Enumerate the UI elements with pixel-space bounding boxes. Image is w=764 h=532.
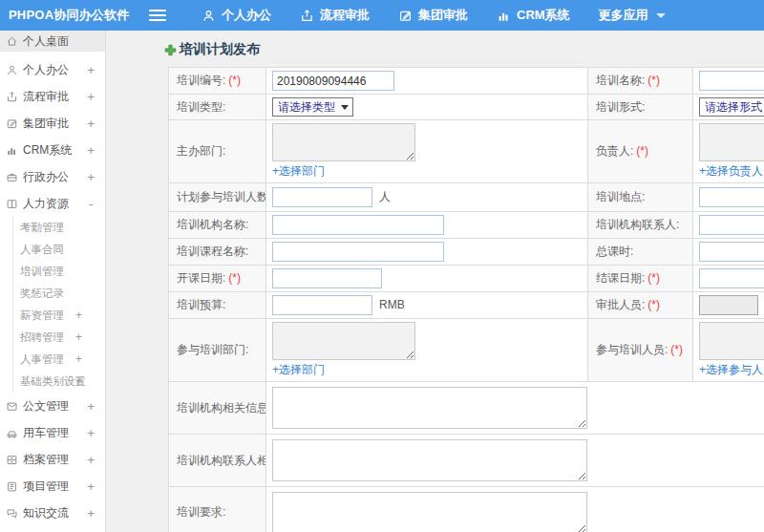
nav-label: CRM系统 [517,7,570,24]
pick-participants-link[interactable]: +选择参与人员 [699,363,764,376]
training-requirements-textarea[interactable] [272,492,587,532]
training-type-select[interactable]: 请选择类型 [272,97,353,117]
archive-icon [6,454,18,466]
expand-toggle[interactable]: + [87,453,95,467]
form-row: 参与培训部门: +选择部门 参与培训人员:(*) +选择参与人员 [169,319,764,382]
sidebar-item-label: 档案管理 [23,452,69,468]
total-hours-input[interactable] [699,242,764,262]
sidebar-subitem-salary[interactable]: 薪资管理+ [20,305,105,327]
field-label: 培训机构联系人相关信息: [169,435,266,487]
participants-textarea[interactable] [699,322,764,360]
institution-name-input[interactable] [272,215,444,235]
field-label: 培训预算: [169,292,266,319]
main-content: 培训计划发布 培训编号:(*) 培训名称:(*) 培训类型: 请选择类型 培训形… [107,31,764,532]
field-label: 参与培训部门: [169,319,266,382]
expand-toggle[interactable]: + [87,426,95,440]
host-department-textarea[interactable] [272,123,415,161]
pick-department-link[interactable]: +选择部门 [272,363,325,376]
topbar: PHPOA协同办公软件 个人办公 流程审批 集团审批 CRM系统 [0,0,764,31]
training-form-select[interactable]: 请选择形式 [699,97,764,117]
pick-responsible-link[interactable]: +选择负责人 [699,164,763,178]
field-label: 计划参与培训人数:(*) [169,183,266,212]
sidebar-item-label: 个人办公 [23,62,69,78]
sidebar-item-crm[interactable]: CRM系统 + [0,137,105,163]
expand-toggle[interactable]: + [87,90,95,104]
start-date-input[interactable] [272,268,382,288]
approver-input[interactable] [699,295,758,315]
sidebar-item-label: CRM系统 [23,142,72,159]
participating-departments-textarea[interactable] [272,322,415,360]
expand-toggle[interactable]: + [87,63,95,77]
end-date-input[interactable] [699,268,764,288]
expand-toggle[interactable]: + [87,506,95,521]
expand-toggle[interactable]: + [75,305,82,327]
top-navigation: 个人办公 流程审批 集团审批 CRM系统 更多应用 [187,0,680,31]
sidebar-subitem-base-category[interactable]: 基础类别设置+ [20,371,105,393]
nav-more-apps[interactable]: 更多应用 [584,0,680,31]
nav-label: 个人办公 [222,7,271,24]
sidebar-item-project[interactable]: 项目管理 + [0,473,105,500]
training-number-input[interactable] [272,71,394,91]
sidebar-subitem-personnel[interactable]: 人事管理+ [20,349,105,371]
menu-toggle-icon[interactable] [149,7,166,24]
planned-participants-input[interactable] [272,187,372,207]
sidebar-item-admin-office[interactable]: 行政办公 + [0,163,105,190]
sidebar-item-personal-desktop[interactable]: 个人桌面 [0,31,105,52]
field-label: 培训形式: [588,95,693,120]
form-row: 主办部门: +选择部门 负责人:(*) +选择负责人 [169,120,764,183]
sidebar-subitem-hr-contract[interactable]: 人事合同 [20,239,105,261]
expand-toggle[interactable]: + [75,349,82,371]
budget-input[interactable] [272,295,372,315]
field-label: 开课日期:(*) [169,266,266,292]
sidebar-item-workflow-approval[interactable]: 流程审批 + [0,83,105,110]
sidebar-item-label: 流程审批 [23,89,69,105]
course-name-input[interactable] [272,242,444,262]
sidebar-item-personal-office[interactable]: 个人办公 + [0,56,105,83]
sidebar-subitem-training-mgmt[interactable]: 培训管理 [20,261,105,283]
app-logo: PHPOA协同办公软件 [0,7,141,24]
sidebar-item-archive[interactable]: 档案管理 + [0,446,105,473]
sidebar-item-group-approval[interactable]: 集团审批 + [0,110,105,137]
form-row: 培训编号:(*) 培训名称:(*) [169,68,764,95]
sidebar-item-label: 个人桌面 [23,33,69,50]
collapse-toggle[interactable]: - [87,197,95,211]
expand-toggle[interactable]: + [87,143,95,158]
nav-workflow-approval[interactable]: 流程审批 [286,0,384,31]
institution-contact-input[interactable] [699,215,764,235]
sidebar-item-vehicle[interactable]: 用车管理 + [0,419,105,446]
sidebar-item-hr[interactable]: 人力资源 - [0,190,105,217]
responsible-person-textarea[interactable] [699,123,764,161]
sidebar-item-label: 集团审批 [23,116,69,132]
training-location-input[interactable] [699,187,764,207]
training-name-input[interactable] [699,71,764,91]
nav-personal-office[interactable]: 个人办公 [187,0,286,31]
expand-toggle[interactable]: + [87,399,95,414]
field-label: 审批人员:(*) [588,292,693,319]
form-row: 培训机构联系人相关信息: [169,435,764,487]
expand-toggle[interactable]: + [87,117,95,131]
sidebar-item-knowledge[interactable]: 知识交流 + [0,500,105,526]
workflow-icon [300,9,314,23]
expand-toggle[interactable]: + [75,371,82,393]
nav-label: 流程审批 [320,7,370,24]
sidebar-item-label: 公文管理 [23,398,69,415]
add-icon [164,44,177,56]
expand-toggle[interactable]: + [75,327,82,349]
edit-square-icon [6,117,18,130]
sidebar-subitem-recruit[interactable]: 招聘管理+ [20,327,105,349]
field-label: 培训地点: [588,183,693,212]
institution-contact-info-textarea[interactable] [272,439,587,481]
nav-group-approval[interactable]: 集团审批 [384,0,482,31]
form-row: 培训预算: RMB 审批人员:(*) +选择审批人员 [169,292,764,319]
pick-department-link[interactable]: +选择部门 [272,164,325,178]
nav-crm-system[interactable]: CRM系统 [482,0,584,31]
field-label: 培训要求: [169,487,266,532]
expand-toggle[interactable]: + [87,170,95,184]
sidebar-item-official-doc[interactable]: 公文管理 + [0,393,105,419]
institution-info-textarea[interactable] [272,387,587,429]
field-label: 培训名称:(*) [588,68,693,95]
expand-toggle[interactable]: + [87,479,95,494]
sidebar-subitem-attendance[interactable]: 考勤管理 [20,217,105,239]
sidebar-subitem-reward-punish[interactable]: 奖惩记录 [20,283,105,305]
select-arrow-icon [341,105,349,110]
